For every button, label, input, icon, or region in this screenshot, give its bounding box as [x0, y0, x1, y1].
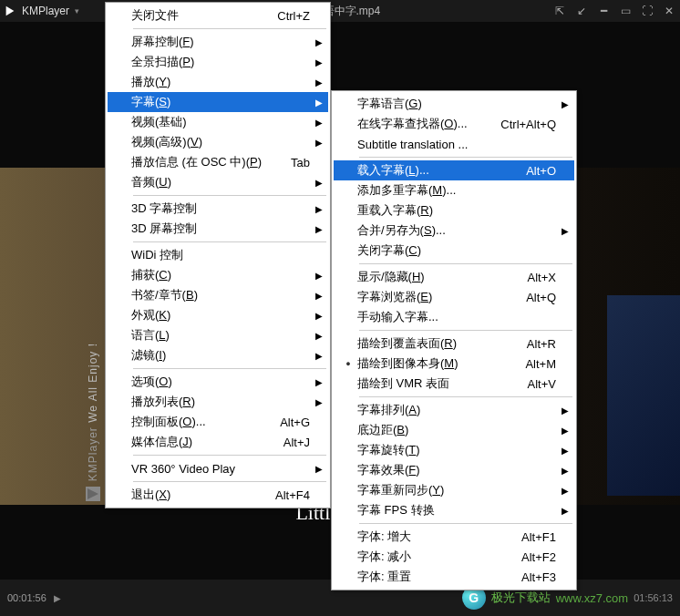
- menu-item-label: 关闭字幕(C): [357, 242, 556, 259]
- window-controls: ⇱ ↙ ━ ▭ ⛶ ✕: [552, 4, 676, 18]
- submenu-arrow-icon: ▶: [314, 311, 323, 321]
- main-menu-item-8[interactable]: 播放信息 (在 OSC 中)(P)Tab: [108, 152, 328, 172]
- menu-item-shortcut: Ctrl+Z: [277, 9, 314, 23]
- app-icon: [4, 5, 16, 17]
- submenu-arrow-icon: ▶: [560, 406, 569, 416]
- subtitle-menu-item-0[interactable]: 字幕语言(G)▶: [334, 94, 574, 114]
- watermark-name: 极光下载站: [491, 590, 551, 606]
- menu-item-shortcut: Alt+V: [528, 377, 560, 391]
- menu-item-label: 选项(O): [131, 374, 310, 390]
- subtitle-menu-item-20[interactable]: 字幕旋转(T)▶: [334, 440, 574, 460]
- main-menu-item-14[interactable]: WiDi 控制: [108, 245, 328, 265]
- close-icon[interactable]: ✕: [662, 4, 676, 18]
- menu-item-label: 在线字幕查找器(O)...: [357, 116, 500, 132]
- main-menu-item-16[interactable]: 书签/章节(B)▶: [108, 285, 328, 305]
- main-menu-item-12[interactable]: 3D 屏幕控制▶: [108, 219, 328, 239]
- main-menu-item-24[interactable]: 媒体信息(J)Alt+J: [108, 432, 328, 452]
- subtitle-menu-item-23[interactable]: 字幕 FPS 转换▶: [334, 500, 574, 520]
- main-menu-item-23[interactable]: 控制面板(O)...Alt+G: [108, 412, 328, 432]
- menu-item-label: 字幕旋转(T): [357, 442, 556, 458]
- menu-item-label: 底边距(B): [357, 422, 556, 438]
- menu-item-label: 字幕(S): [131, 94, 310, 110]
- submenu-arrow-icon: ▶: [314, 98, 323, 108]
- menu-item-label: 显示/隐藏(H): [357, 269, 528, 285]
- main-menu-separator: [133, 368, 326, 369]
- menu-item-label: 字体: 减小: [357, 549, 521, 565]
- check-icon: ●: [339, 359, 357, 368]
- play-indicator-icon[interactable]: ▶: [54, 593, 61, 603]
- subtitle-menu-item-7[interactable]: 合并/另存为(S)...▶: [334, 221, 574, 241]
- pin-icon[interactable]: ↙: [574, 4, 589, 18]
- menu-item-label: 语言(L): [131, 327, 310, 344]
- subtitle-menu-item-4[interactable]: 载入字幕(L)...Alt+O: [334, 160, 574, 180]
- main-menu-item-0[interactable]: 关闭文件Ctrl+Z: [108, 5, 328, 26]
- menu-item-label: 播放(Y): [131, 74, 310, 90]
- submenu-arrow-icon: ▶: [314, 118, 323, 128]
- menu-item-label: 控制面板(O)...: [131, 414, 280, 430]
- subtitle-menu-separator: [359, 523, 572, 524]
- menu-item-label: 3D 字幕控制: [131, 200, 310, 217]
- main-menu-item-21[interactable]: 选项(O)▶: [108, 372, 328, 392]
- brand-sidebar: KMPlayer We All Enjoy !: [84, 91, 102, 501]
- main-menu-item-11[interactable]: 3D 字幕控制▶: [108, 199, 328, 219]
- subtitle-menu-item-19[interactable]: 底边距(B)▶: [334, 420, 574, 440]
- menu-item-label: 字幕语言(G): [357, 96, 556, 112]
- context-menu-main: 关闭文件Ctrl+Z屏幕控制(F)▶全景扫描(P)▶播放(Y)▶字幕(S)▶视频…: [105, 2, 331, 508]
- main-menu-item-4[interactable]: 播放(Y)▶: [108, 72, 328, 92]
- main-menu-item-17[interactable]: 外观(K)▶: [108, 305, 328, 325]
- subtitle-menu-item-18[interactable]: 字幕排列(A)▶: [334, 400, 574, 420]
- context-menu-subtitle: 字幕语言(G)▶在线字幕查找器(O)...Ctrl+Alt+QSubtitle …: [331, 90, 577, 590]
- app-name[interactable]: KMPlayer: [22, 5, 69, 17]
- subtitle-menu-item-12[interactable]: 手动输入字幕...: [334, 307, 574, 327]
- subtitle-menu-item-22[interactable]: 字幕重新同步(Y)▶: [334, 480, 574, 500]
- minimize-icon[interactable]: ━: [596, 4, 611, 18]
- main-menu-item-2[interactable]: 屏幕控制(F)▶: [108, 32, 328, 52]
- main-menu-item-9[interactable]: 音频(U)▶: [108, 172, 328, 192]
- submenu-arrow-icon: ▶: [560, 99, 569, 109]
- menu-item-shortcut: Alt+F4: [275, 488, 314, 502]
- main-menu-item-18[interactable]: 语言(L)▶: [108, 325, 328, 345]
- subtitle-menu-item-2[interactable]: Subtitle translation ...: [334, 134, 574, 154]
- main-menu-item-5[interactable]: 字幕(S)▶: [108, 92, 328, 112]
- main-menu-item-6[interactable]: 视频(基础)▶: [108, 112, 328, 132]
- subtitle-menu-separator: [359, 157, 572, 158]
- submenu-arrow-icon: ▶: [314, 37, 323, 47]
- pop-out-icon[interactable]: ⇱: [552, 4, 567, 18]
- menu-item-shortcut: Alt+G: [280, 416, 314, 429]
- menu-item-label: 外观(K): [131, 307, 310, 323]
- submenu-arrow-icon: ▶: [314, 377, 323, 387]
- menu-item-label: 描绘到覆盖表面(R): [357, 335, 527, 352]
- subtitle-menu-item-21[interactable]: 字幕效果(F)▶: [334, 460, 574, 480]
- main-menu-item-15[interactable]: 捕获(C)▶: [108, 265, 328, 285]
- submenu-arrow-icon: ▶: [314, 178, 323, 188]
- subtitle-menu-item-5[interactable]: 添加多重字幕(M)...: [334, 180, 574, 200]
- subtitle-menu-item-14[interactable]: 描绘到覆盖表面(R)Alt+R: [334, 334, 574, 354]
- subtitle-menu-item-1[interactable]: 在线字幕查找器(O)...Ctrl+Alt+Q: [334, 114, 574, 134]
- restore-icon[interactable]: ▭: [618, 4, 633, 18]
- main-menu-item-22[interactable]: 播放列表(R)▶: [108, 392, 328, 412]
- submenu-arrow-icon: ▶: [314, 351, 323, 361]
- menu-item-shortcut: Alt+F1: [521, 530, 560, 544]
- menu-item-label: 3D 屏幕控制: [131, 221, 310, 237]
- subtitle-menu-item-8[interactable]: 关闭字幕(C): [334, 241, 574, 261]
- menu-item-shortcut: Alt+F3: [521, 570, 560, 584]
- menu-item-label: 全景扫描(P): [131, 54, 310, 70]
- submenu-arrow-icon: ▶: [560, 506, 569, 516]
- menu-item-label: 滤镜(I): [131, 347, 310, 364]
- subtitle-menu-item-10[interactable]: 显示/隐藏(H)Alt+X: [334, 267, 574, 287]
- subtitle-menu-item-27[interactable]: 字体: 重置Alt+F3: [334, 567, 574, 587]
- main-menu-item-26[interactable]: VR 360° Video Play▶: [108, 458, 328, 478]
- maximize-icon[interactable]: ⛶: [640, 4, 654, 18]
- main-menu-item-19[interactable]: 滤镜(I)▶: [108, 345, 328, 365]
- main-menu-item-7[interactable]: 视频(高级)(V)▶: [108, 132, 328, 152]
- subtitle-menu-item-26[interactable]: 字体: 减小Alt+F2: [334, 547, 574, 567]
- subtitle-menu-item-15[interactable]: ●描绘到图像本身(M)Alt+M: [334, 354, 574, 374]
- main-menu-item-3[interactable]: 全景扫描(P)▶: [108, 52, 328, 72]
- menu-item-shortcut: Alt+J: [283, 436, 314, 449]
- subtitle-menu-item-25[interactable]: 字体: 增大Alt+F1: [334, 527, 574, 547]
- main-menu-item-28[interactable]: 退出(X)Alt+F4: [108, 485, 328, 505]
- subtitle-menu-item-16[interactable]: 描绘到 VMR 表面Alt+V: [334, 374, 574, 394]
- brand-icon: [86, 487, 100, 501]
- subtitle-menu-item-11[interactable]: 字幕浏览器(E)Alt+Q: [334, 287, 574, 307]
- subtitle-menu-item-6[interactable]: 重载入字幕(R): [334, 200, 574, 221]
